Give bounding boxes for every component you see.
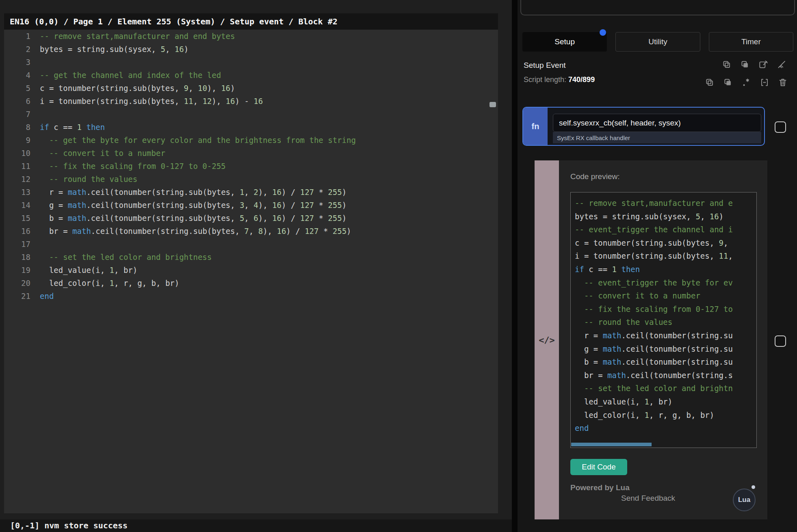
code-text: -- event_trigger the channel and i (575, 225, 733, 234)
script-length-label: Script length: (524, 76, 566, 84)
line-number: 3 (4, 56, 30, 69)
code-line: c = tonumber(string.sub(bytes, 9, (575, 236, 756, 250)
trash-icon[interactable] (778, 77, 788, 88)
line-number: 14 (4, 199, 30, 212)
editor-column: EN16 (0,0) / Page 1 / Element 255 (Syste… (0, 0, 512, 532)
script-length-value: 740/899 (568, 76, 595, 84)
side-panel: SetupUtilityTimer Setup Event Script len… (518, 0, 797, 532)
line-number: 5 (4, 82, 30, 95)
code-text: -- event_trigger the byte for ev (575, 278, 733, 287)
lua-logo-text: Lua (738, 496, 750, 504)
line-number: 19 (4, 264, 30, 277)
code-block-handle[interactable]: </> (535, 160, 559, 519)
code-text: led_value(i, 1, br) (40, 264, 137, 277)
status-bar: [0,-1] nvm store success (0, 519, 512, 532)
tab-label: Timer (741, 37, 761, 46)
code-text: -- fix the scaling from 0-127 to (575, 305, 733, 314)
regex-icon[interactable] (741, 77, 752, 88)
section-title: Setup Event (524, 61, 566, 70)
code-text: led_color(i, 1, r, g, b, br) (575, 411, 714, 420)
editor-scrollbar-thumb[interactable] (489, 102, 496, 107)
tab-setup[interactable]: Setup (522, 32, 607, 52)
code-text: led_value(i, 1, br) (575, 397, 672, 406)
top-section-outline (520, 0, 795, 15)
code-line: 18 -- set the led color and brightness (4, 251, 498, 264)
code-text: c = tonumber(string.sub(bytes, 9, 10), 1… (40, 82, 235, 95)
preview-lines: -- remove start,manufacturer and ebytes … (575, 197, 756, 435)
code-line: r = math.ceil(tonumber(string.su (575, 329, 756, 342)
fn-badge: fn (523, 108, 548, 145)
code-block-checkbox[interactable] (775, 335, 786, 347)
code-text: led_color(i, 1, r, g, b, br) (40, 277, 179, 290)
line-number: 10 (4, 147, 30, 160)
tab-utility[interactable]: Utility (615, 32, 700, 52)
code-text: -- set the led color and brightness (40, 251, 212, 264)
broom-icon[interactable] (776, 59, 787, 70)
line-number: 16 (4, 225, 30, 238)
code-line: 3 (4, 56, 498, 69)
code-text: bytes = string.sub(sysex, 5, 16) (575, 212, 723, 221)
copy-icon[interactable] (704, 77, 715, 88)
code-text: b = math.ceil(tonumber(string.sub(bytes,… (40, 212, 347, 225)
code-text: i = tonumber(string.sub(bytes, 11, (575, 251, 733, 260)
code-text: if c == 1 then (40, 121, 105, 134)
line-number: 6 (4, 95, 30, 108)
copy-icon[interactable] (721, 59, 732, 70)
edit-note-icon[interactable] (758, 59, 769, 70)
code-preview-box[interactable]: -- remove start,manufacturer and ebytes … (570, 192, 757, 448)
duplicate-icon[interactable] (740, 59, 750, 70)
code-text: br = math.ceil(tonumber(string.sub(bytes… (40, 225, 351, 238)
code-text: bytes = string.sub(sysex, 5, 16) (40, 43, 188, 56)
line-number: 1 (4, 30, 30, 43)
line-number: 15 (4, 212, 30, 225)
line-number: 21 (4, 290, 30, 303)
code-line: -- event_trigger the byte for ev (575, 276, 756, 290)
code-text: -- round the values (575, 318, 672, 327)
tab-label: Setup (554, 37, 575, 46)
line-number: 12 (4, 173, 30, 186)
code-editor[interactable]: 1-- remove start,manufacturer and end by… (4, 30, 498, 513)
code-line: 21end (4, 290, 498, 303)
code-line: 10 -- convert it to a number (4, 147, 498, 160)
code-text: -- round the values (40, 173, 137, 186)
code-line: 14 g = math.ceil(tonumber(string.sub(byt… (4, 199, 498, 212)
snippet-icon[interactable] (759, 77, 770, 88)
edit-code-button[interactable]: Edit Code (570, 459, 627, 475)
line-number: 17 (4, 238, 30, 251)
line-number: 13 (4, 186, 30, 199)
line-number: 2 (4, 43, 30, 56)
code-text: br = math.ceil(tonumber(string.s (575, 371, 733, 380)
lua-logo[interactable]: Lua (733, 489, 756, 511)
code-text: -- get the channel and index of the led (40, 69, 221, 82)
preview-hscrollbar-thumb[interactable] (571, 443, 652, 446)
code-line: 7 (4, 108, 498, 121)
send-feedback-link[interactable]: Send Feedback (621, 494, 675, 503)
code-line: i = tonumber(string.sub(bytes, 11, (575, 249, 756, 263)
code-text: g = math.ceil(tonumber(string.su (575, 344, 733, 353)
function-block[interactable]: fn self.sysexrx_cb(self, header, sysex) … (522, 107, 765, 146)
fn-signature-input[interactable]: self.sysexrx_cb(self, header, sysex) (553, 114, 761, 132)
line-number: 20 (4, 277, 30, 290)
code-line: 12 -- round the values (4, 173, 498, 186)
code-preview-title: Code preview: (570, 172, 619, 181)
code-text: if c == 1 then (575, 265, 640, 274)
code-line: 16 br = math.ceil(tonumber(string.sub(by… (4, 225, 498, 238)
code-line: g = math.ceil(tonumber(string.su (575, 342, 756, 356)
line-number: 8 (4, 121, 30, 134)
code-line: br = math.ceil(tonumber(string.s (575, 369, 756, 382)
code-text: -- get the byte for every color and the … (40, 134, 356, 147)
code-line: -- set the led color and brightn (575, 382, 756, 395)
line-number: 11 (4, 160, 30, 173)
code-line: 13 r = math.ceil(tonumber(string.sub(byt… (4, 186, 498, 199)
code-line: 6i = tonumber(string.sub(bytes, 11, 12),… (4, 95, 498, 108)
powered-by-label: Powered by Lua (570, 483, 630, 492)
code-line: 2bytes = string.sub(sysex, 5, 16) (4, 43, 498, 56)
code-line: -- remove start,manufacturer and e (575, 197, 756, 210)
duplicate-icon[interactable] (723, 77, 733, 88)
tab-timer[interactable]: Timer (709, 32, 793, 52)
code-line: 9 -- get the byte for every color and th… (4, 134, 498, 147)
code-line: 17 (4, 238, 498, 251)
code-text: i = tonumber(string.sub(bytes, 11, 12), … (40, 95, 263, 108)
code-line: -- fix the scaling from 0-127 to (575, 303, 756, 316)
fn-block-checkbox[interactable] (775, 121, 786, 133)
